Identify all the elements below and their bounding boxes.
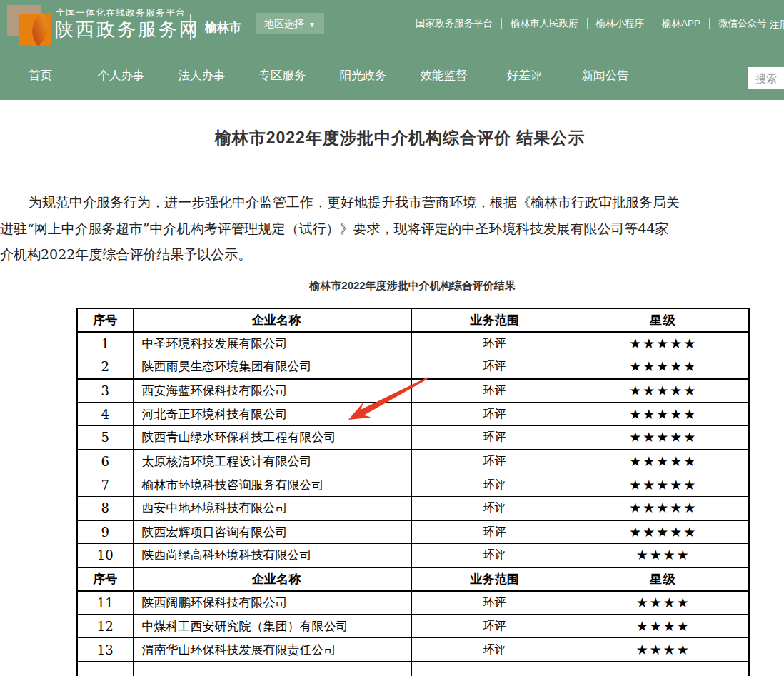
table-row: 4河北奇正环境科技有限公司环评★★★★★	[77, 403, 749, 426]
row-number: 4	[77, 403, 133, 426]
paragraph-line: 介机构2022年度综合评价结果予以公示。	[0, 241, 784, 268]
announcement-paragraph: 为规范中介服务行为，进一步强化中介监管工作，更好地提升我市营商环境，根据《榆林市…	[0, 189, 784, 268]
column-header: 企业名称	[133, 567, 411, 591]
site-logo-icon[interactable]	[6, 2, 53, 48]
business-scope: 环评	[411, 450, 578, 473]
site-name: 陕西政务服务网	[55, 17, 200, 42]
star-rating: ★★★★	[578, 615, 749, 638]
business-scope: 环评	[411, 355, 578, 379]
table-row: 9陕西宏辉项目咨询有限公司环评★★★★★	[77, 520, 749, 544]
business-scope: 环评	[411, 638, 578, 662]
nav-item-open-government[interactable]: 阳光政务	[323, 51, 403, 99]
top-link-wechat[interactable]: 微信公众号	[710, 17, 775, 30]
nav-item-legal-person[interactable]: 法人办事	[161, 51, 242, 99]
company-name: 陕西尚绿高科环境科技有限公司	[133, 544, 411, 567]
company-name: 渭南华山环保科技发展有限责任公司	[133, 638, 411, 662]
star-rating: ★★★★★	[578, 473, 749, 497]
page-title: 榆林市2022年度涉批中介机构综合评价 结果公示	[0, 127, 784, 149]
star-rating: ★★★★★	[578, 426, 749, 450]
business-scope: 环评	[411, 615, 578, 638]
site-header: 全国一体化在线政务服务平台 陕西政务服务网 榆林市 地区选择▼ 国家政务服务平台…	[0, 0, 784, 100]
company-name: 中圣环境科技发展有限公司	[133, 332, 411, 355]
column-header: 序号	[77, 567, 133, 591]
table-row: 6太原核清环境工程设计有限公司环评★★★★★	[77, 450, 749, 473]
row-number: 8	[77, 497, 133, 520]
nav-item-home[interactable]: 首页	[0, 51, 81, 99]
company-name: 榆林市环境科技咨询服务有限公司	[133, 473, 411, 497]
region-selector-label: 地区选择	[264, 18, 304, 29]
row-number: 5	[77, 426, 133, 450]
column-header: 星级	[578, 567, 749, 591]
table-row: 3西安海蓝环保科技有限公司环评★★★★★	[77, 379, 749, 403]
row-number: 9	[77, 520, 133, 544]
company-name: 西安中地环境科技有限公司	[133, 497, 411, 520]
top-link-app[interactable]: 榆林APP	[653, 17, 709, 30]
top-link-city-government[interactable]: 榆林市人民政府	[502, 17, 587, 30]
nav-item-supervision[interactable]: 效能监督	[403, 51, 484, 99]
register-link[interactable]: 注册	[770, 19, 784, 31]
announcement-content: 榆林市2022年度涉批中介机构综合评价 结果公示 为规范中介服务行为，进一步强化…	[0, 127, 784, 676]
top-link-mini-program[interactable]: 榆林小程序	[588, 17, 653, 30]
column-header: 企业名称	[133, 308, 411, 332]
row-number: 11	[77, 591, 133, 615]
company-name: 陕西宏辉项目咨询有限公司	[133, 520, 411, 544]
column-header: 业务范围	[411, 308, 578, 332]
main-nav: 首页 个人办事 法人办事 专区服务 阳光政务 效能监督 好差评 新闻公告	[0, 51, 645, 99]
table-row: 1中圣环境科技发展有限公司环评★★★★★	[77, 332, 749, 355]
star-rating: ★★★★★	[578, 379, 749, 403]
company-name: 太原核清环境工程设计有限公司	[133, 450, 411, 473]
nav-item-rating[interactable]: 好差评	[484, 51, 565, 99]
paragraph-line: 进驻“网上中介服务超市”中介机构考评管理规定（试行）》要求，现将评定的中圣环境科…	[0, 216, 784, 242]
company-name: 陕西青山绿水环保科技工程有限公司	[133, 426, 411, 450]
star-rating: ★★★★★	[578, 332, 749, 355]
top-link-bar: 国家政务服务平台 榆林市人民政府 榆林小程序 榆林APP 微信公众号	[407, 0, 775, 47]
company-name: 西安海蓝环保科技有限公司	[133, 379, 411, 403]
search-box	[748, 67, 784, 89]
table-row: 7榆林市环境科技咨询服务有限公司环评★★★★★	[77, 473, 749, 497]
business-scope: 环评	[411, 426, 578, 450]
row-number: 1	[77, 332, 133, 355]
region-selector-button[interactable]: 地区选择▼	[256, 13, 324, 34]
star-rating: ★★★★★	[578, 497, 749, 520]
company-name: 中煤科工西安研究院（集团）有限公司	[133, 615, 411, 638]
star-rating: ★★★★	[578, 638, 749, 662]
star-rating: ★★★★★	[578, 520, 749, 544]
evaluation-table-body: 序号企业名称业务范围星级1中圣环境科技发展有限公司环评★★★★★2陕西雨昊生态环…	[77, 308, 749, 676]
table-row: 13渭南华山环保科技发展有限责任公司环评★★★★	[77, 638, 749, 662]
table-row: 10陕西尚绿高科环境科技有限公司环评★★★★	[77, 544, 749, 567]
business-scope: 环评	[411, 497, 578, 520]
star-rating: ★★★★	[578, 591, 749, 615]
business-scope: 环评	[411, 473, 578, 497]
column-header: 业务范围	[411, 567, 578, 591]
business-scope: 环评	[411, 544, 578, 567]
row-number: 7	[77, 473, 133, 497]
row-number: 13	[77, 638, 133, 662]
star-rating: ★★★★★	[578, 403, 749, 426]
nav-item-news[interactable]: 新闻公告	[565, 51, 645, 99]
star-rating: ★★★★★	[578, 450, 749, 473]
top-link-national-platform[interactable]: 国家政务服务平台	[407, 17, 501, 30]
star-rating: ★★★★★	[578, 355, 749, 379]
search-input[interactable]	[748, 67, 784, 89]
column-header: 序号	[77, 308, 133, 332]
table-row: 12中煤科工西安研究院（集团）有限公司环评★★★★	[77, 615, 749, 638]
table-row: 11陕西阔鹏环保科技有限公司环评★★★★	[77, 591, 749, 615]
company-name: 河北奇正环境科技有限公司	[133, 403, 411, 426]
business-scope: 环评	[411, 379, 578, 403]
business-scope: 环评	[411, 520, 578, 544]
nav-item-personal[interactable]: 个人办事	[81, 51, 161, 99]
table-caption: 榆林市2022年度涉批中介机构综合评价结果	[76, 279, 748, 293]
row-number: 12	[77, 615, 133, 638]
nav-item-special-zone[interactable]: 专区服务	[242, 51, 323, 99]
chevron-down-icon: ▼	[308, 21, 316, 29]
company-name: 陕西阔鹏环保科技有限公司	[133, 591, 411, 615]
table-row: 2陕西雨昊生态环境集团有限公司环评★★★★★	[77, 355, 749, 379]
table-header-row: 序号企业名称业务范围星级	[77, 308, 749, 332]
column-header: 星级	[578, 308, 749, 332]
table-header-row: 序号企业名称业务范围星级	[77, 567, 749, 591]
table-row: 5陕西青山绿水环保科技工程有限公司环评★★★★★	[77, 426, 749, 450]
brand-divider	[190, 14, 191, 40]
business-scope: 环评	[411, 403, 578, 426]
row-number: 6	[77, 450, 133, 473]
table-row: 8西安中地环境科技有限公司环评★★★★★	[77, 497, 749, 520]
